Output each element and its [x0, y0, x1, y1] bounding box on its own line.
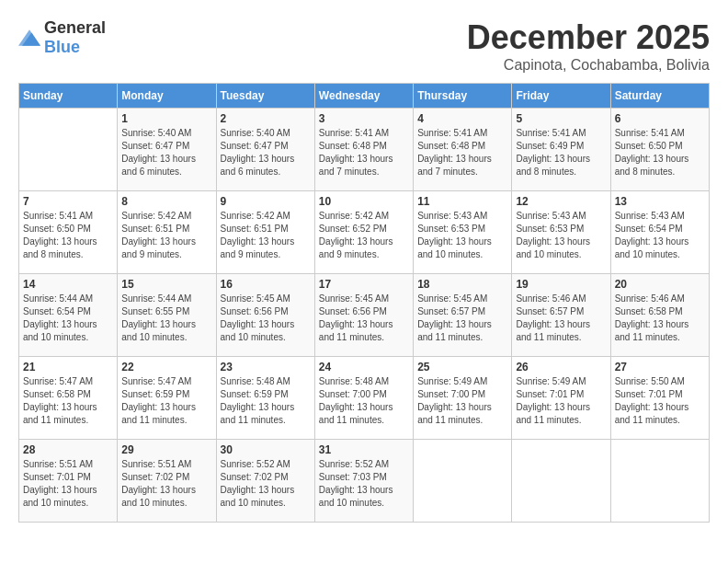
day-header-saturday: Saturday [610, 84, 709, 109]
calendar-cell: 28Sunrise: 5:51 AM Sunset: 7:01 PM Dayli… [19, 440, 118, 523]
day-info: Sunrise: 5:40 AM Sunset: 6:47 PM Dayligh… [221, 127, 311, 178]
day-number: 16 [221, 278, 311, 291]
calendar-cell: 12Sunrise: 5:43 AM Sunset: 6:53 PM Dayli… [512, 191, 610, 274]
day-info: Sunrise: 5:41 AM Sunset: 6:48 PM Dayligh… [417, 127, 507, 178]
calendar-cell: 8Sunrise: 5:42 AM Sunset: 6:51 PM Daylig… [118, 191, 216, 274]
day-number: 13 [615, 195, 705, 208]
calendar-cell: 24Sunrise: 5:48 AM Sunset: 7:00 PM Dayli… [314, 357, 413, 440]
day-info: Sunrise: 5:51 AM Sunset: 7:01 PM Dayligh… [23, 458, 113, 510]
day-info: Sunrise: 5:43 AM Sunset: 6:53 PM Dayligh… [417, 210, 507, 261]
week-row-5: 28Sunrise: 5:51 AM Sunset: 7:01 PM Dayli… [19, 440, 710, 523]
day-info: Sunrise: 5:46 AM Sunset: 6:58 PM Dayligh… [615, 293, 705, 344]
day-number: 23 [221, 361, 311, 373]
day-number: 10 [319, 195, 409, 208]
day-info: Sunrise: 5:43 AM Sunset: 6:54 PM Dayligh… [615, 210, 705, 261]
calendar-cell: 26Sunrise: 5:49 AM Sunset: 7:01 PM Dayli… [512, 357, 610, 440]
calendar-cell: 19Sunrise: 5:46 AM Sunset: 6:57 PM Dayli… [512, 274, 610, 357]
day-number: 24 [319, 361, 409, 373]
day-number: 17 [319, 278, 409, 291]
day-info: Sunrise: 5:51 AM Sunset: 7:02 PM Dayligh… [121, 458, 211, 510]
day-number: 7 [23, 195, 113, 208]
day-number: 28 [23, 443, 113, 456]
day-info: Sunrise: 5:42 AM Sunset: 6:51 PM Dayligh… [121, 210, 211, 261]
calendar-table: SundayMondayTuesdayWednesdayThursdayFrid… [18, 83, 710, 523]
calendar-cell: 22Sunrise: 5:47 AM Sunset: 6:59 PM Dayli… [118, 357, 216, 440]
day-info: Sunrise: 5:43 AM Sunset: 6:53 PM Dayligh… [516, 210, 606, 261]
calendar-cell: 29Sunrise: 5:51 AM Sunset: 7:02 PM Dayli… [118, 440, 216, 523]
calendar-cell: 21Sunrise: 5:47 AM Sunset: 6:58 PM Dayli… [19, 357, 118, 440]
calendar-cell: 6Sunrise: 5:41 AM Sunset: 6:50 PM Daylig… [610, 109, 709, 191]
day-number: 2 [221, 112, 311, 125]
day-number: 4 [417, 112, 507, 125]
day-number: 18 [417, 278, 507, 291]
day-info: Sunrise: 5:45 AM Sunset: 6:56 PM Dayligh… [221, 293, 311, 344]
calendar-cell [512, 440, 610, 523]
day-info: Sunrise: 5:41 AM Sunset: 6:49 PM Dayligh… [516, 127, 606, 178]
day-number: 25 [417, 361, 507, 373]
day-info: Sunrise: 5:45 AM Sunset: 6:56 PM Dayligh… [319, 293, 409, 344]
day-header-thursday: Thursday [414, 84, 512, 109]
calendar-cell: 15Sunrise: 5:44 AM Sunset: 6:55 PM Dayli… [118, 274, 216, 357]
day-header-wednesday: Wednesday [314, 84, 413, 109]
day-number: 14 [23, 278, 113, 291]
day-info: Sunrise: 5:49 AM Sunset: 7:00 PM Dayligh… [417, 375, 507, 427]
day-number: 6 [615, 112, 705, 125]
calendar-cell: 7Sunrise: 5:41 AM Sunset: 6:50 PM Daylig… [19, 191, 118, 274]
calendar-cell: 10Sunrise: 5:42 AM Sunset: 6:52 PM Dayli… [314, 191, 413, 274]
day-number: 21 [23, 361, 113, 373]
day-header-sunday: Sunday [19, 84, 118, 109]
day-info: Sunrise: 5:47 AM Sunset: 6:59 PM Dayligh… [121, 375, 211, 427]
day-info: Sunrise: 5:44 AM Sunset: 6:55 PM Dayligh… [121, 293, 211, 344]
day-number: 12 [516, 195, 606, 208]
day-number: 5 [516, 112, 606, 125]
calendar-cell: 5Sunrise: 5:41 AM Sunset: 6:49 PM Daylig… [512, 109, 610, 191]
day-info: Sunrise: 5:44 AM Sunset: 6:54 PM Dayligh… [23, 293, 113, 344]
calendar-cell [19, 109, 118, 191]
day-number: 26 [516, 361, 606, 373]
day-info: Sunrise: 5:46 AM Sunset: 6:57 PM Dayligh… [516, 293, 606, 344]
day-info: Sunrise: 5:41 AM Sunset: 6:50 PM Dayligh… [23, 210, 113, 261]
calendar-cell: 3Sunrise: 5:41 AM Sunset: 6:48 PM Daylig… [314, 109, 413, 191]
day-info: Sunrise: 5:41 AM Sunset: 6:50 PM Dayligh… [615, 127, 705, 178]
calendar-cell: 31Sunrise: 5:52 AM Sunset: 7:03 PM Dayli… [314, 440, 413, 523]
calendar-cell: 30Sunrise: 5:52 AM Sunset: 7:02 PM Dayli… [216, 440, 314, 523]
header: General Blue December 2025 Capinota, Coc… [18, 18, 710, 74]
calendar-cell: 17Sunrise: 5:45 AM Sunset: 6:56 PM Dayli… [314, 274, 413, 357]
calendar-cell: 20Sunrise: 5:46 AM Sunset: 6:58 PM Dayli… [610, 274, 709, 357]
week-row-4: 21Sunrise: 5:47 AM Sunset: 6:58 PM Dayli… [19, 357, 710, 440]
title-area: December 2025 Capinota, Cochabamba, Boli… [467, 18, 710, 74]
day-info: Sunrise: 5:48 AM Sunset: 7:00 PM Dayligh… [319, 375, 409, 427]
day-number: 11 [417, 195, 507, 208]
day-info: Sunrise: 5:47 AM Sunset: 6:58 PM Dayligh… [23, 375, 113, 427]
day-number: 19 [516, 278, 606, 291]
day-info: Sunrise: 5:41 AM Sunset: 6:48 PM Dayligh… [319, 127, 409, 178]
day-header-tuesday: Tuesday [216, 84, 314, 109]
calendar-cell [414, 440, 512, 523]
logo-icon [18, 29, 40, 46]
day-number: 15 [121, 278, 211, 291]
day-info: Sunrise: 5:42 AM Sunset: 6:51 PM Dayligh… [221, 210, 311, 261]
day-info: Sunrise: 5:40 AM Sunset: 6:47 PM Dayligh… [121, 127, 211, 178]
logo-text: General Blue [44, 18, 106, 57]
calendar-cell: 14Sunrise: 5:44 AM Sunset: 6:54 PM Dayli… [19, 274, 118, 357]
day-info: Sunrise: 5:50 AM Sunset: 7:01 PM Dayligh… [615, 375, 705, 427]
day-number: 22 [121, 361, 211, 373]
day-number: 1 [121, 112, 211, 125]
calendar-cell: 2Sunrise: 5:40 AM Sunset: 6:47 PM Daylig… [216, 109, 314, 191]
calendar-cell: 9Sunrise: 5:42 AM Sunset: 6:51 PM Daylig… [216, 191, 314, 274]
logo: General Blue [18, 18, 106, 57]
day-info: Sunrise: 5:48 AM Sunset: 6:59 PM Dayligh… [221, 375, 311, 427]
calendar-cell: 25Sunrise: 5:49 AM Sunset: 7:00 PM Dayli… [414, 357, 512, 440]
calendar-header-row: SundayMondayTuesdayWednesdayThursdayFrid… [19, 84, 710, 109]
calendar-cell: 27Sunrise: 5:50 AM Sunset: 7:01 PM Dayli… [610, 357, 709, 440]
week-row-2: 7Sunrise: 5:41 AM Sunset: 6:50 PM Daylig… [19, 191, 710, 274]
calendar-cell: 13Sunrise: 5:43 AM Sunset: 6:54 PM Dayli… [610, 191, 709, 274]
calendar-cell: 4Sunrise: 5:41 AM Sunset: 6:48 PM Daylig… [414, 109, 512, 191]
calendar-cell: 11Sunrise: 5:43 AM Sunset: 6:53 PM Dayli… [414, 191, 512, 274]
calendar-cell [610, 440, 709, 523]
day-info: Sunrise: 5:45 AM Sunset: 6:57 PM Dayligh… [417, 293, 507, 344]
calendar-cell: 1Sunrise: 5:40 AM Sunset: 6:47 PM Daylig… [118, 109, 216, 191]
month-title: December 2025 [467, 18, 710, 57]
day-number: 9 [221, 195, 311, 208]
day-number: 30 [221, 443, 311, 456]
